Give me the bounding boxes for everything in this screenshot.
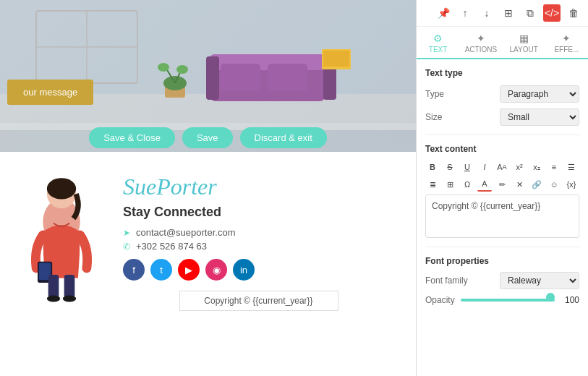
type-row: Type Paragraph Heading 1 Heading 2 bbox=[425, 85, 579, 103]
text-tab-icon: ⚙ bbox=[433, 33, 443, 44]
layout-tab-icon: ▦ bbox=[519, 33, 529, 44]
editor-area: our message Save & Close Save Discard & … bbox=[0, 0, 416, 152]
action-bar: Save & Close Save Discard & exit bbox=[0, 123, 416, 152]
indent-button[interactable]: ⊞ bbox=[443, 177, 457, 192]
svg-rect-24 bbox=[48, 275, 59, 298]
tab-layout[interactable]: ▦ LAYOUT bbox=[503, 27, 545, 59]
duplicate-icon[interactable]: ⊞ bbox=[500, 4, 517, 22]
svg-point-12 bbox=[158, 63, 169, 72]
superscript-button[interactable]: x² bbox=[512, 160, 527, 174]
size-label: Size bbox=[425, 112, 442, 122]
tab-actions[interactable]: ✦ ACTIONS bbox=[459, 27, 502, 59]
discard-button[interactable]: Discard & exit bbox=[240, 127, 327, 148]
tab-text[interactable]: ⚙ TEXT bbox=[417, 27, 459, 59]
svg-rect-6 bbox=[221, 64, 260, 91]
size-row: Size Small Medium Large bbox=[425, 108, 579, 126]
copyright-bar: Copyright © {{current_year}} bbox=[179, 291, 338, 311]
room-illustration bbox=[0, 0, 416, 130]
strikethrough-button[interactable]: S bbox=[443, 160, 457, 174]
svg-point-26 bbox=[47, 295, 60, 302]
text-content-title: Text content bbox=[425, 144, 579, 154]
move-down-icon[interactable]: ↓ bbox=[478, 4, 495, 22]
clear-button[interactable]: ✕ bbox=[512, 177, 527, 192]
save-close-button[interactable]: Save & Close bbox=[89, 127, 175, 148]
list-ul-button[interactable]: ≡ bbox=[547, 160, 561, 174]
tab-effects[interactable]: ✦ EFFE... bbox=[545, 27, 588, 59]
copy-icon[interactable]: ⧉ bbox=[521, 4, 539, 22]
facebook-button[interactable]: f bbox=[123, 259, 145, 281]
divider-2 bbox=[425, 247, 579, 247]
link-button[interactable]: 🔗 bbox=[529, 177, 544, 192]
person-illustration bbox=[22, 166, 108, 307]
text-tab-label: TEXT bbox=[429, 46, 448, 54]
opacity-slider[interactable] bbox=[461, 299, 555, 302]
svg-rect-25 bbox=[64, 275, 75, 298]
type-label: Type bbox=[425, 89, 444, 99]
font-family-select[interactable]: Raleway Arial Georgia Roboto bbox=[500, 272, 579, 289]
left-panel: our message Save & Close Save Discard & … bbox=[0, 0, 416, 376]
linkedin-button[interactable]: in bbox=[233, 259, 255, 281]
move-up-icon[interactable]: ↑ bbox=[456, 4, 474, 22]
email-icon: ➤ bbox=[123, 228, 130, 238]
youtube-button[interactable]: ▶ bbox=[178, 259, 200, 281]
font-size-button[interactable]: AA bbox=[495, 160, 509, 174]
effects-tab-label: EFFE... bbox=[554, 46, 579, 54]
layout-tab-label: LAYOUT bbox=[509, 46, 537, 54]
var-button[interactable]: {x} bbox=[564, 177, 579, 192]
save-button[interactable]: Save bbox=[182, 127, 233, 148]
subscript-button[interactable]: x₂ bbox=[529, 160, 544, 174]
svg-rect-7 bbox=[268, 64, 307, 91]
font-family-label: Font family bbox=[425, 275, 468, 286]
panel-content: Text type Type Paragraph Heading 1 Headi… bbox=[417, 59, 588, 376]
person-svg bbox=[22, 166, 101, 304]
svg-point-21 bbox=[47, 178, 76, 199]
size-select[interactable]: Small Medium Large bbox=[500, 108, 579, 126]
font-color-button[interactable]: A bbox=[477, 177, 492, 192]
type-select[interactable]: Paragraph Heading 1 Heading 2 bbox=[500, 85, 579, 103]
footer-info: SuePorter Stay Connected ➤ contact@suepo… bbox=[123, 166, 394, 317]
opacity-row: Opacity 100 bbox=[425, 295, 579, 305]
email-item: ➤ contact@sueporter.com bbox=[123, 227, 394, 238]
svg-rect-4 bbox=[206, 56, 219, 100]
right-panel: 📌 ↑ ↓ ⊞ ⧉ </> 🗑 ⚙ TEXT ✦ ACTIONS ▦ LAYOU… bbox=[416, 0, 588, 376]
highlight-button[interactable]: ✏ bbox=[495, 177, 509, 192]
svg-point-27 bbox=[63, 295, 76, 302]
pin-icon[interactable]: 📌 bbox=[435, 4, 452, 22]
email-text: contact@sueporter.com bbox=[136, 227, 235, 238]
svg-point-13 bbox=[176, 65, 188, 74]
instagram-button[interactable]: ◉ bbox=[205, 259, 227, 281]
emoji-button[interactable]: ☺ bbox=[547, 177, 561, 192]
formatting-row-2: ≣ ⊞ Ω A ✏ ✕ 🔗 ☺ {x} bbox=[425, 177, 579, 192]
delete-icon[interactable]: 🗑 bbox=[565, 4, 582, 22]
italic-button[interactable]: I bbox=[477, 160, 492, 174]
actions-tab-icon: ✦ bbox=[477, 33, 485, 44]
underline-button[interactable]: U bbox=[460, 160, 474, 174]
list-ol-button[interactable]: ☰ bbox=[564, 160, 579, 174]
align-button[interactable]: ≣ bbox=[425, 177, 440, 192]
omega-button[interactable]: Ω bbox=[460, 177, 474, 192]
bold-button[interactable]: B bbox=[425, 160, 440, 174]
phone-icon: ✆ bbox=[123, 242, 130, 252]
text-type-title: Text type bbox=[425, 68, 579, 78]
font-family-row: Font family Raleway Arial Georgia Roboto bbox=[425, 272, 579, 289]
twitter-button[interactable]: t bbox=[150, 259, 172, 281]
toolbar-row: 📌 ↑ ↓ ⊞ ⧉ </> 🗑 bbox=[417, 0, 588, 27]
opacity-label: Opacity bbox=[425, 295, 455, 305]
tabs-row: ⚙ TEXT ✦ ACTIONS ▦ LAYOUT ✦ EFFE... bbox=[417, 27, 588, 59]
actions-tab-label: ACTIONS bbox=[465, 46, 497, 54]
footer-content: SuePorter Stay Connected ➤ contact@suepo… bbox=[0, 152, 416, 376]
divider-1 bbox=[425, 134, 579, 135]
svg-rect-15 bbox=[323, 51, 349, 67]
brand-name: SuePorter bbox=[123, 174, 394, 200]
tagline: Stay Connected bbox=[123, 205, 394, 220]
social-icons: f t ▶ ◉ in bbox=[123, 259, 394, 281]
effects-tab-icon: ✦ bbox=[562, 33, 571, 44]
formatting-row-1: B S U I AA x² x₂ ≡ ☰ bbox=[425, 160, 579, 174]
code-icon[interactable]: </> bbox=[543, 4, 561, 22]
phone-item: ✆ +302 526 874 63 bbox=[123, 241, 394, 252]
opacity-value: 100 bbox=[561, 295, 579, 305]
font-properties-title: Font properties bbox=[425, 256, 579, 266]
message-button[interactable]: our message bbox=[7, 80, 93, 105]
text-content-box[interactable]: Copyright © {{current_year}} bbox=[425, 195, 579, 238]
phone-text: +302 526 874 63 bbox=[136, 241, 207, 252]
